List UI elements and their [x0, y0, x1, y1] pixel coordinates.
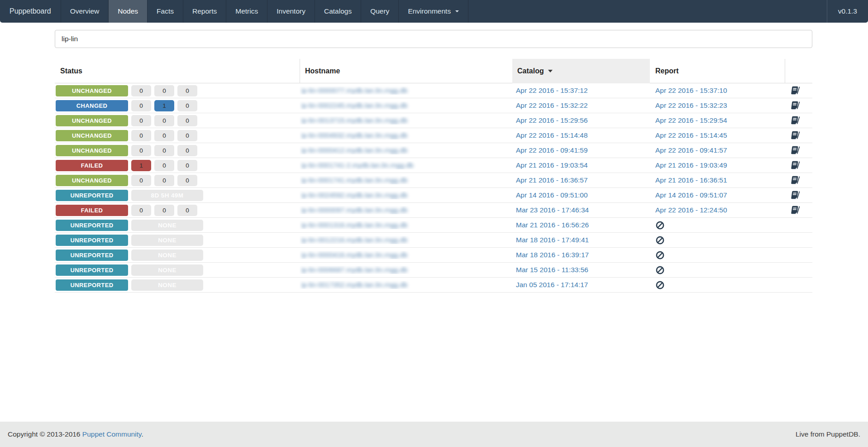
report-link[interactable]: Apr 22 2016 - 15:29:54: [655, 116, 727, 125]
report-link[interactable]: Apr 22 2016 - 15:32:23: [655, 101, 727, 110]
count-badges: 000: [131, 145, 197, 156]
column-header-hostname[interactable]: Hostname: [300, 59, 512, 83]
column-header-status[interactable]: Status: [55, 59, 300, 83]
book-icon[interactable]: [790, 190, 800, 200]
report-cell: Apr 22 2016 - 12:24:50: [650, 206, 785, 214]
count-badge: 1: [131, 160, 151, 171]
report-cell: [650, 236, 785, 245]
nav-item-query[interactable]: Query: [361, 0, 398, 23]
nav-item-facts[interactable]: Facts: [147, 0, 183, 23]
hostname-link[interactable]: ip-lin-0000416.mydb.lan.lin.rngg.db: [301, 251, 407, 259]
status-badge: UNCHANGED: [56, 130, 128, 141]
nav-item-metrics[interactable]: Metrics: [226, 0, 267, 23]
catalog-link[interactable]: Apr 22 2016 - 15:32:22: [516, 101, 588, 109]
count-badge: 0: [154, 205, 174, 216]
main-content: Status Hostname Catalog Report UNCHANGED…: [0, 23, 868, 422]
status-badge: UNCHANGED: [56, 115, 128, 126]
status-badge: UNREPORTED: [56, 250, 128, 261]
book-icon[interactable]: [790, 130, 800, 140]
column-header-catalog[interactable]: Catalog: [512, 59, 650, 83]
report-link[interactable]: Apr 22 2016 - 15:14:45: [655, 131, 727, 139]
count-badge: 0: [154, 160, 174, 171]
catalog-link[interactable]: Mar 23 2016 - 17:46:34: [516, 206, 589, 214]
catalog-link[interactable]: Mar 18 2016 - 16:39:17: [516, 251, 589, 259]
count-badge: 0: [131, 100, 151, 111]
catalog-link[interactable]: Apr 14 2016 - 09:51:00: [516, 191, 588, 199]
hostname-link[interactable]: ip-lin-0001316.mydb.lan.lin.rngg.db: [301, 221, 407, 229]
hostname-link[interactable]: ip-lin-0000412.mydb.lan.lin.rngg.db: [301, 146, 407, 154]
hostname-cell: ip-lin-0002245.mydb.lan.lin.rngg.db: [300, 101, 512, 110]
report-link[interactable]: Apr 21 2016 - 19:03:49: [655, 161, 727, 169]
catalog-link[interactable]: Apr 22 2016 - 15:14:48: [516, 131, 588, 139]
ban-icon: [655, 250, 665, 260]
nav-environments-dropdown[interactable]: Environments: [398, 0, 468, 23]
report-link[interactable]: Apr 21 2016 - 16:36:51: [655, 176, 727, 184]
hostname-link[interactable]: ip-lin-0006687.mydb.lan.lin.rngg.db: [301, 266, 407, 274]
hostname-link[interactable]: ip-lin-0017352.mydb.lan.lin.rngg.db: [301, 281, 407, 288]
catalog-link[interactable]: Mar 15 2016 - 11:33:56: [516, 266, 588, 274]
puppet-community-link[interactable]: Puppet Community: [82, 430, 142, 438]
table-header: Status Hostname Catalog Report: [55, 59, 812, 83]
report-link[interactable]: Apr 22 2016 - 12:24:50: [655, 206, 727, 214]
catalog-link[interactable]: Apr 21 2016 - 19:03:54: [516, 161, 588, 169]
count-badge: 0: [131, 205, 151, 216]
nav-item-reports[interactable]: Reports: [183, 0, 226, 23]
hostname-link[interactable]: ip-lin-0012216.mydb.lan.lin.rngg.db: [301, 236, 407, 244]
catalog-link[interactable]: Mar 18 2016 - 17:49:41: [516, 236, 589, 244]
node-search-input[interactable]: [55, 30, 812, 48]
catalog-link[interactable]: Mar 21 2016 - 16:56:26: [516, 221, 589, 229]
brand-puppetboard[interactable]: Puppetboard: [0, 0, 61, 23]
report-cell: [650, 265, 785, 275]
report-link[interactable]: Apr 22 2016 - 09:41:57: [655, 146, 727, 154]
report-cell: [650, 221, 785, 230]
count-badge: 0: [154, 175, 174, 186]
count-badges: NONE: [131, 264, 203, 276]
column-header-report[interactable]: Report: [650, 59, 785, 83]
book-icon[interactable]: [790, 86, 800, 96]
book-icon[interactable]: [790, 145, 800, 155]
table-row: CHANGED 010 ip-lin-0002245.mydb.lan.lin.…: [55, 98, 812, 113]
catalog-link[interactable]: Apr 22 2016 - 15:29:56: [516, 116, 588, 124]
nav-item-catalogs[interactable]: Catalogs: [315, 0, 361, 23]
nav-item-nodes[interactable]: Nodes: [108, 0, 147, 23]
catalog-link[interactable]: Apr 22 2016 - 15:37:12: [516, 87, 588, 94]
table-row: UNCHANGED 000 ip-lin-0000077.mydb.lan.li…: [55, 83, 812, 98]
book-icon[interactable]: [790, 175, 800, 185]
hostname-cell: ip-lin-0013715.mydb.lan.lin.rngg.db: [300, 116, 512, 125]
live-from-puppetdb-text: Live from PuppetDB.: [796, 430, 860, 438]
status-cell: UNCHANGED 000: [55, 145, 300, 156]
catalog-link[interactable]: Apr 22 2016 - 09:41:59: [516, 146, 588, 154]
count-badge: 0: [131, 85, 151, 96]
report-cell: Apr 22 2016 - 15:37:10: [650, 87, 785, 95]
status-badge: FAILED: [56, 205, 128, 216]
hostname-cell: ip-lin-0004932.mydb.lan.lin.rngg.db: [300, 131, 512, 139]
hostname-link[interactable]: ip-lin-0004932.mydb.lan.lin.rngg.db: [301, 131, 407, 139]
hostname-link[interactable]: ip-lin-0024592.mydb.lan.lin.rngg.db: [301, 191, 407, 199]
book-icon[interactable]: [790, 115, 800, 125]
report-link[interactable]: Apr 14 2016 - 09:51:07: [655, 191, 727, 199]
count-badge: 0: [177, 160, 197, 171]
catalog-link[interactable]: Jan 05 2016 - 17:14:17: [516, 281, 588, 288]
hostname-link[interactable]: ip-lin-0013715.mydb.lan.lin.rngg.db: [301, 116, 407, 124]
book-icon[interactable]: [790, 160, 800, 170]
copyright-suffix: .: [141, 430, 143, 438]
status-badge: CHANGED: [56, 100, 128, 111]
table-row: UNCHANGED 000 ip-lin-0004932.mydb.lan.li…: [55, 128, 812, 143]
hostname-cell: ip-lin-0000097.mydb.lan.lin.rngg.db: [300, 206, 512, 214]
catalog-cell: Apr 21 2016 - 16:36:57: [512, 176, 650, 184]
hostname-link[interactable]: ip-lin-0000097.mydb.lan.lin.rngg.db: [301, 206, 407, 214]
report-link[interactable]: Apr 22 2016 - 15:37:10: [655, 87, 727, 95]
hostname-link[interactable]: ip-lin-0000077.mydb.lan.lin.rngg.db: [301, 87, 407, 94]
hostname-link[interactable]: ip-lin-0001741-2.mydb.lan.lin.rngg.db: [301, 161, 414, 169]
book-icon[interactable]: [790, 205, 800, 215]
hostname-link[interactable]: ip-lin-0002245.mydb.lan.lin.rngg.db: [301, 101, 407, 109]
hostname-link[interactable]: ip-lin-0001741.mydb.lan.lin.rngg.db: [301, 176, 407, 184]
table-row: UNCHANGED 000 ip-lin-0000412.mydb.lan.li…: [55, 143, 812, 158]
nav-item-overview[interactable]: Overview: [61, 0, 109, 23]
catalog-link[interactable]: Apr 21 2016 - 16:36:57: [516, 176, 588, 184]
ban-icon: [655, 236, 665, 245]
book-icon[interactable]: [790, 101, 800, 111]
nav-item-inventory[interactable]: Inventory: [267, 0, 315, 23]
report-cell: Apr 22 2016 - 15:14:45: [650, 131, 785, 139]
catalog-cell: Apr 21 2016 - 19:03:54: [512, 161, 650, 169]
